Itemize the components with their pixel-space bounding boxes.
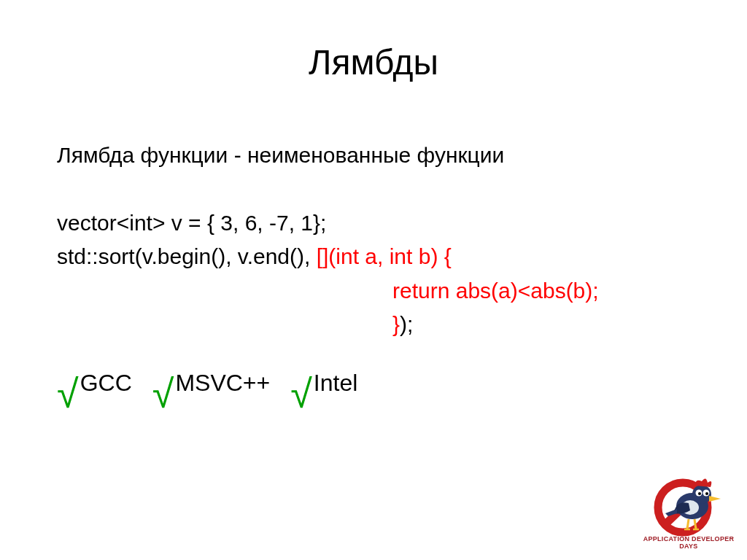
checkmark-icon: √ [290,382,312,405]
label-intel: Intel [314,365,357,402]
conference-logo: APPLICATION DEVELOPER DAYS [642,471,735,550]
checkmark-icon: √ [57,382,79,405]
checkmark-icon: √ [152,382,174,405]
code-line-4: }); [57,308,690,342]
slide-title: Лямбды [0,42,747,82]
slide-body: Лямбда функции - неименованные функции v… [57,139,690,401]
check-gcc: √GCC [57,365,132,402]
code-line-2: std::sort(v.begin(), v.end(), [](int a, … [57,240,690,274]
code-line-2-black: std::sort(v.begin(), v.end(), [57,244,317,268]
slide: Лямбды Лямбда функции - неименованные фу… [0,0,747,560]
compiler-checks: √GCC √MSVC++ √Intel [57,365,690,402]
label-msvc: MSVC++ [175,365,270,402]
check-msvc: √MSVC++ [152,365,270,402]
code-line-2-red: [](int a, int b) { [317,244,452,268]
logo-caption: APPLICATION DEVELOPER DAYS [642,535,735,550]
label-gcc: GCC [80,365,132,402]
code-line-4-black: ); [400,312,413,336]
mascot-icon [652,471,725,537]
code-line-3-red: return abs(a)<abs(b); [392,279,599,303]
code-line-3: return abs(a)<abs(b); [57,274,690,308]
svg-point-7 [698,492,701,495]
code-line-4-red: } [392,312,400,336]
intro-text: Лямбда функции - неименованные функции [57,139,690,173]
code-line-1: vector<int> v = { 3, 6, -7, 1}; [57,206,690,241]
check-intel: √Intel [290,365,357,402]
svg-point-8 [705,492,708,495]
